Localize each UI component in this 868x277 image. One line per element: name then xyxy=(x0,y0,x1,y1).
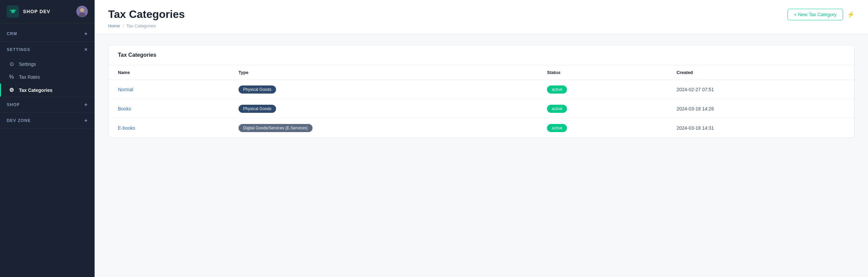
sidebar-item-label-tax-categories: Tax Categories xyxy=(19,87,52,93)
cell-status: active xyxy=(538,119,667,138)
sidebar-section-header-settings[interactable]: SETTINGS × xyxy=(0,42,95,57)
tax-categories-table: Name Type Status Created Normal Physical… xyxy=(108,65,854,137)
cell-type: Digital Goods/Services (E-Services) xyxy=(229,119,538,138)
sidebar-section-label-crm: CRM xyxy=(7,31,17,36)
row-name-link[interactable]: Books xyxy=(118,106,131,111)
svg-point-2 xyxy=(80,8,84,12)
page-title: Tax Categories xyxy=(108,8,185,21)
type-badge: Physical Goods xyxy=(239,105,276,113)
crm-expand-icon: + xyxy=(84,31,88,37)
cell-status: active xyxy=(538,99,667,119)
cell-created: 2024-02-27 07:51 xyxy=(667,80,854,99)
logo-icon xyxy=(7,5,19,18)
breadcrumb-current: Tax Categories xyxy=(126,23,156,28)
sidebar-section-header-crm[interactable]: CRM + xyxy=(0,26,95,42)
content-area: Tax Categories Name Type Status Created … xyxy=(95,34,868,149)
sidebar-section-label-shop: SHOP xyxy=(7,102,20,107)
table-row: Books Physical Goods active 2024-03-18 1… xyxy=(108,99,854,119)
table-header-row: Name Type Status Created xyxy=(108,65,854,80)
cell-name: Books xyxy=(108,99,229,119)
row-name-link[interactable]: Normal xyxy=(118,87,133,92)
breadcrumb-home[interactable]: Home xyxy=(108,23,120,28)
shop-name: SHOP DEV xyxy=(23,9,50,14)
type-badge: Physical Goods xyxy=(239,85,276,94)
svg-point-3 xyxy=(79,12,85,17)
status-badge: active xyxy=(547,85,567,94)
table-body: Normal Physical Goods active 2024-02-27 … xyxy=(108,80,854,138)
breadcrumb: Home / Tax Categories xyxy=(108,23,854,34)
status-badge: active xyxy=(547,105,567,113)
sidebar-item-settings[interactable]: ⊙ Settings xyxy=(0,57,95,71)
sidebar-nav: CRM + SETTINGS × ⊙ Settings % Tax Rates … xyxy=(0,23,95,277)
col-type: Type xyxy=(229,65,538,80)
sidebar-item-label-tax-rates: Tax Rates xyxy=(19,74,40,80)
cell-status: active xyxy=(538,80,667,99)
sidebar-section-dev-zone: DEV ZONE + xyxy=(0,113,95,129)
dev-zone-expand-icon: + xyxy=(84,118,88,124)
col-name: Name xyxy=(108,65,229,80)
cell-created: 2024-03-18 14:31 xyxy=(667,119,854,138)
sidebar-section-shop: SHOP + xyxy=(0,97,95,113)
cell-name: Normal xyxy=(108,80,229,99)
main-header: Tax Categories + New Tax Category ⚡ Home… xyxy=(95,0,868,34)
cell-created: 2024-03-18 14:26 xyxy=(667,99,854,119)
avatar[interactable] xyxy=(76,6,88,17)
tax-rates-icon: % xyxy=(8,74,15,80)
sidebar-logo: SHOP DEV xyxy=(7,5,50,18)
tax-categories-card: Tax Categories Name Type Status Created … xyxy=(108,45,854,138)
row-name-link[interactable]: E-books xyxy=(118,125,135,131)
type-badge: Digital Goods/Services (E-Services) xyxy=(239,124,313,132)
sidebar-section-label-dev-zone: DEV ZONE xyxy=(7,118,31,123)
card-header: Tax Categories xyxy=(108,45,854,65)
sidebar-section-header-dev-zone[interactable]: DEV ZONE + xyxy=(0,113,95,128)
sidebar: SHOP DEV CRM + SETTINGS × ⊙ xyxy=(0,0,95,277)
sidebar-item-label-settings: Settings xyxy=(19,61,36,67)
table-head: Name Type Status Created xyxy=(108,65,854,80)
shop-expand-icon: + xyxy=(84,102,88,108)
table-row: E-books Digital Goods/Services (E-Servic… xyxy=(108,119,854,138)
header-actions: + New Tax Category ⚡ xyxy=(788,9,854,20)
status-badge: active xyxy=(547,124,567,132)
sidebar-section-label-settings: SETTINGS xyxy=(7,47,30,52)
col-created: Created xyxy=(667,65,854,80)
cell-type: Physical Goods xyxy=(229,99,538,119)
sidebar-item-tax-categories[interactable]: ⚙ Tax Categories xyxy=(0,83,95,97)
new-tax-category-button[interactable]: + New Tax Category xyxy=(788,9,843,20)
settings-collapse-icon: × xyxy=(84,47,88,53)
cell-type: Physical Goods xyxy=(229,80,538,99)
sidebar-header: SHOP DEV xyxy=(0,0,95,23)
sidebar-section-header-shop[interactable]: SHOP + xyxy=(0,97,95,112)
main-content: Tax Categories + New Tax Category ⚡ Home… xyxy=(95,0,868,277)
col-status: Status xyxy=(538,65,667,80)
card-title: Tax Categories xyxy=(118,52,156,58)
sidebar-item-tax-rates[interactable]: % Tax Rates xyxy=(0,71,95,83)
breadcrumb-separator: / xyxy=(123,23,124,28)
cell-name: E-books xyxy=(108,119,229,138)
header-top: Tax Categories + New Tax Category ⚡ xyxy=(108,8,854,21)
lightning-icon[interactable]: ⚡ xyxy=(847,11,854,18)
table-row: Normal Physical Goods active 2024-02-27 … xyxy=(108,80,854,99)
sidebar-section-crm: CRM + xyxy=(0,26,95,42)
sidebar-section-settings: SETTINGS × ⊙ Settings % Tax Rates ⚙ Tax … xyxy=(0,42,95,97)
tax-categories-icon: ⚙ xyxy=(8,87,15,93)
settings-icon: ⊙ xyxy=(8,61,15,67)
